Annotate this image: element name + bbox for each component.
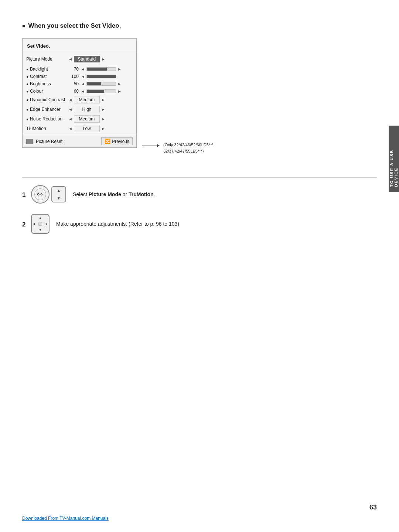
steps-section: 1 OK● ▲ ▼ Select Picture Mode or TruMoti… [0,185,399,234]
step-2-icons: ▲ ◄ ► ▼ [31,214,50,234]
dynamic-contrast-value: Medium [74,96,100,103]
noise-reduction-arrow-left[interactable]: ◄ [68,117,72,121]
picture-mode-value: Standard [74,56,100,62]
brightness-slider[interactable] [86,82,116,86]
colour-row: ● Colour 60 ◄ ► [23,88,136,95]
brightness-row: ● Brightness 50 ◄ ► [23,80,136,88]
picture-mode-arrow-left[interactable]: ◄ [68,57,72,61]
edge-enhancer-value: High [74,106,100,113]
ok-button-icon: OK● [31,185,50,204]
sidebar-label: TO USE A USB DEVICE [389,126,399,192]
picture-reset-swatch [26,139,33,144]
backlight-arrow-right[interactable]: ► [117,67,122,71]
footer-link[interactable]: Downloaded From TV-Manual.com Manuals [22,516,109,521]
noise-reduction-value: Medium [74,115,100,123]
colour-slider[interactable] [86,89,116,93]
annotation-arrow [142,144,160,147]
colour-arrow-right[interactable]: ► [117,89,122,93]
trumotion-arrow-left[interactable]: ◄ [68,126,72,131]
trumotion-label: TruMotion [26,126,67,131]
picture-reset-label: Picture Reset [36,139,62,144]
contrast-value: 100 [68,74,79,79]
backlight-slider[interactable] [86,67,116,71]
page-number: 63 [369,504,377,511]
colour-value: 60 [68,89,79,94]
edge-enhancer-label: ● Edge Enhancer [26,107,67,112]
backlight-value: 70 [68,66,79,72]
trumotion-value: Low [74,125,100,132]
trumotion-arrow-right[interactable]: ► [101,126,105,131]
noise-reduction-arrow-right[interactable]: ► [101,117,105,121]
trumotion-row: TruMotion ◄ Low ► [23,124,136,133]
brightness-arrow-left[interactable]: ◄ [81,82,85,86]
heading-text: When you select the Set Video, [28,22,121,30]
contrast-slider[interactable] [86,75,116,78]
updown-icon: ▲ ▼ [51,186,66,202]
contrast-row: ● Contrast 100 ◄ ► [23,73,136,80]
previous-button[interactable]: 🔀 Previous [101,137,133,145]
brightness-value: 50 [68,81,79,86]
step-2-row: 2 ▲ ◄ ► ▼ Make appropriate adjustments. … [22,214,377,234]
edge-enhancer-arrow-left[interactable]: ◄ [68,107,72,112]
noise-reduction-label: ● Noise Reduction [26,116,67,122]
dpad-icon: ▲ ◄ ► ▼ [31,214,50,234]
section-heading: When you select the Set Video, [22,22,377,30]
step-2-text: Make appropriate adjustments. (Refer to … [56,221,179,227]
step-1-icons: OK● ▲ ▼ [31,185,66,204]
previous-icon: 🔀 [105,139,110,144]
picture-mode-label: Picture Mode [26,57,67,62]
contrast-label: ● Contrast [26,74,67,79]
dynamic-contrast-label: ● Dynamic Contrast [26,97,67,102]
dynamic-contrast-arrow-right[interactable]: ► [101,98,105,102]
annotation-line1: (Only 32/42/46/52/60LD5***, [163,142,215,148]
brightness-label: ● Brightness [26,81,67,86]
backlight-row: ● Backlight 70 ◄ ► [23,65,136,73]
dynamic-contrast-arrow-left[interactable]: ◄ [68,98,72,102]
annotation-area: (Only 32/42/46/52/60LD5***, 32/37/42/47/… [142,143,215,154]
section-divider [22,177,377,178]
brightness-arrow-right[interactable]: ► [117,82,122,86]
picture-mode-arrow-right[interactable]: ► [101,57,105,61]
noise-reduction-row: ● Noise Reduction ◄ Medium ► [23,114,136,124]
edge-enhancer-arrow-right[interactable]: ► [101,107,105,112]
picture-mode-row: Picture Mode ◄ Standard ► [23,54,136,64]
menu-title: Set Video. [23,43,136,52]
step-2-number: 2 [22,221,30,228]
previous-label: Previous [112,139,129,144]
backlight-label: ● Backlight [26,66,67,72]
annotation-line2: 32/37/42/47/55LE5***) [163,148,215,154]
contrast-arrow-left[interactable]: ◄ [81,74,85,79]
step-1-text: Select Picture Mode or TruMotion. [73,191,155,197]
colour-arrow-left[interactable]: ◄ [81,89,85,93]
menu-bottom-row: Picture Reset 🔀 Previous [23,135,136,147]
step-1-row: 1 OK● ▲ ▼ Select Picture Mode or TruMoti… [22,185,377,204]
edge-enhancer-row: ● Edge Enhancer ◄ High ► [23,105,136,114]
menu-box: Set Video. Picture Mode ◄ Standard ► ● B… [22,38,137,148]
colour-label: ● Colour [26,89,67,94]
dynamic-contrast-row: ● Dynamic Contrast ◄ Medium ► [23,95,136,105]
backlight-arrow-left[interactable]: ◄ [81,67,85,71]
step-1-number: 1 [22,191,30,199]
